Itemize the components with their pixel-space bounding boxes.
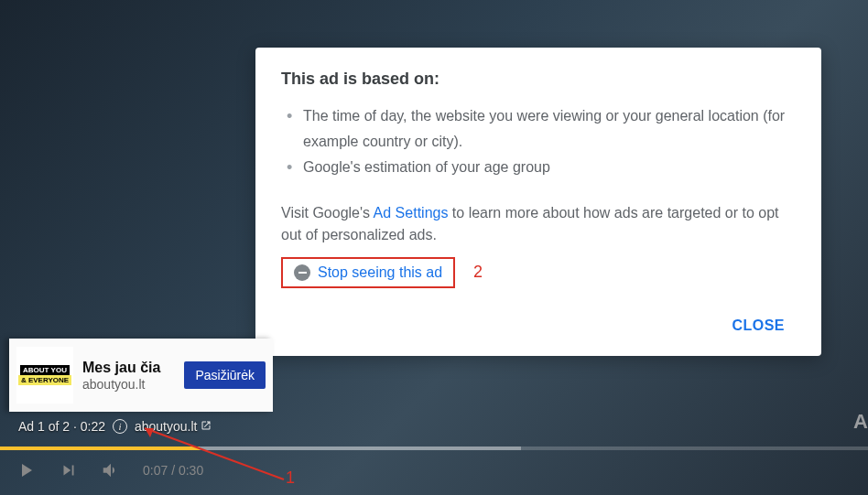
ad-settings-link[interactable]: Ad Settings — [374, 205, 449, 221]
annotation-number-1: 1 — [286, 468, 295, 488]
time-display: 0:07 / 0:30 — [143, 463, 203, 478]
ad-thumb-text-bottom: & EVERYONE — [18, 375, 71, 385]
visit-prefix: Visit Google's — [281, 205, 374, 221]
volume-button[interactable] — [101, 460, 121, 480]
ad-cta-button[interactable]: Pasižiūrėk — [184, 361, 266, 389]
external-link-icon — [201, 420, 212, 434]
dialog-title: This ad is based on: — [281, 70, 796, 89]
ad-external-domain-text: aboutyou.lt — [135, 419, 198, 434]
player-controls: 0:07 / 0:30 — [15, 459, 203, 481]
ad-reason-item: Google's estimation of your age group — [303, 155, 796, 180]
ad-card-text: Mes jau čia aboutyou.lt — [82, 359, 175, 392]
next-button[interactable] — [59, 460, 79, 480]
annotation-highlight-box: Stop seeing this ad — [281, 257, 455, 288]
right-partial-badge: A — [853, 410, 868, 434]
info-icon[interactable]: i — [113, 419, 127, 434]
close-button[interactable]: CLOSE — [721, 310, 796, 341]
annotation-number-2: 2 — [473, 263, 483, 282]
visit-text: Visit Google's Ad Settings to learn more… — [281, 202, 796, 246]
ad-progress-text: Ad 1 of 2 · 0:22 — [18, 419, 105, 434]
ad-info-dialog: This ad is based on: The time of day, th… — [255, 48, 821, 356]
ad-status-line: Ad 1 of 2 · 0:22 i aboutyou.lt — [18, 419, 212, 434]
stop-seeing-label: Stop seeing this ad — [318, 264, 442, 281]
play-button[interactable] — [15, 459, 37, 481]
stop-seeing-ad-button[interactable]: Stop seeing this ad — [288, 261, 448, 285]
ad-reason-item: The time of day, the website you were vi… — [303, 103, 796, 155]
ad-headline: Mes jau čia — [82, 359, 175, 377]
ad-thumb-text-top: ABOUT YOU — [20, 365, 70, 375]
ad-card-domain: aboutyou.lt — [82, 377, 175, 392]
progress-played — [0, 447, 200, 450]
ad-companion-card[interactable]: ABOUT YOU & EVERYONE Mes jau čia aboutyo… — [9, 339, 273, 412]
progress-bar[interactable] — [0, 447, 868, 450]
ad-reason-list: The time of day, the website you were vi… — [281, 103, 796, 180]
ad-thumbnail: ABOUT YOU & EVERYONE — [16, 347, 73, 404]
ad-external-link[interactable]: aboutyou.lt — [135, 419, 212, 434]
minus-icon — [294, 264, 310, 281]
